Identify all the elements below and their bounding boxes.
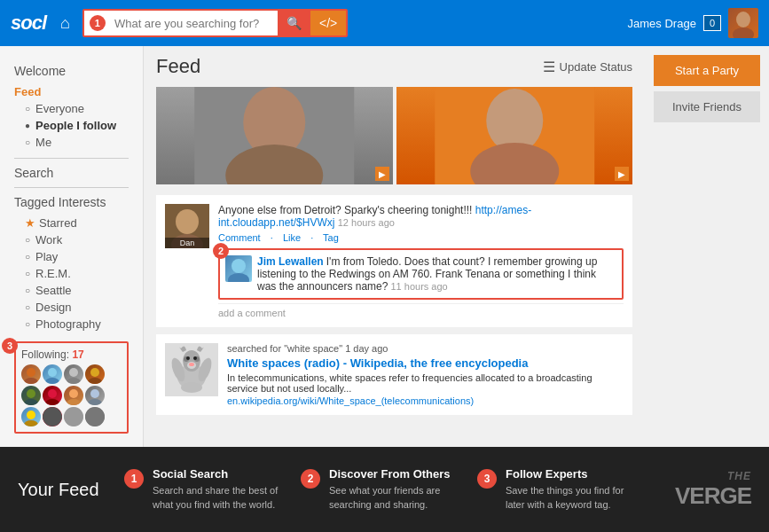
sidebar-people-follow[interactable]: ● People I follow — [14, 117, 129, 134]
feature-text-1: Social Search Search and share the best … — [153, 467, 283, 512]
story-arrow-2[interactable]: ▶ — [615, 167, 629, 181]
squirrel-icon — [165, 343, 218, 396]
story-card-1[interactable]: Socializer said: "I am looking forward t… — [156, 87, 393, 184]
avatar — [64, 386, 83, 405]
avatar — [85, 386, 105, 405]
user-avatar — [728, 8, 758, 38]
avatar — [43, 364, 62, 384]
search-result-image — [165, 343, 218, 396]
svg-point-43 — [193, 356, 197, 360]
sidebar-me[interactable]: ○ Me — [14, 134, 129, 151]
feature-heading-3: Follow Experts — [506, 467, 636, 481]
search-input[interactable] — [106, 12, 278, 35]
search-label: Search — [14, 166, 129, 180]
svg-point-3 — [24, 378, 38, 384]
main-content: Welcome Feed ○ Everyone ● People I follo… — [0, 46, 769, 447]
feature-num-1: 1 — [124, 469, 144, 489]
feature-heading-2: Discover From Others — [329, 467, 459, 481]
right-panel: Start a Party Invite Friends — [645, 46, 769, 447]
post-item-1: Dan Anyone else from Detroit? Sparky's c… — [156, 195, 632, 327]
svg-point-41 — [181, 382, 202, 393]
search-result-url[interactable]: en.wikipedia.org/wiki/White_space_(telec… — [227, 395, 624, 406]
footer: Your Feed 1 Social Search Search and sha… — [0, 447, 769, 532]
search-submit-button[interactable]: 🔍 — [278, 11, 310, 35]
story-bg-right — [396, 87, 633, 184]
divider — [14, 158, 129, 159]
tag-work[interactable]: ○ Work — [14, 231, 129, 248]
tag-seattle[interactable]: ○ Seattle — [14, 282, 129, 299]
home-button[interactable]: ⌂ — [60, 14, 70, 33]
feature-num-3: 3 — [477, 469, 497, 489]
tag-play[interactable]: ○ Play — [14, 248, 129, 265]
bullet-icon: ○ — [25, 302, 30, 312]
search-meta: searched for "white space" 1 day ago — [227, 343, 624, 354]
comment-author: Jim Lewallen — [257, 255, 324, 268]
post-time-1: 12 hours ago — [338, 217, 395, 228]
svg-point-15 — [67, 399, 81, 405]
search-bar: 1 🔍 </> — [82, 9, 348, 37]
user-name: James Drage — [628, 17, 696, 30]
tag-starred[interactable]: ★ Starred — [14, 215, 129, 231]
update-status-button[interactable]: ☰ Update Status — [543, 59, 632, 75]
svg-point-20 — [43, 407, 62, 426]
post-avatar-1: Dan — [165, 204, 209, 248]
svg-point-5 — [45, 378, 59, 384]
sidebar-feed[interactable]: Feed — [14, 83, 129, 100]
avatar — [43, 386, 62, 405]
bullet-icon: ○ — [25, 319, 30, 329]
user-info: James Drage 0 — [628, 8, 758, 38]
svg-point-17 — [88, 399, 102, 405]
feature-num-2: 2 — [301, 469, 320, 489]
feed-header: Feed ☰ Update Status — [156, 55, 632, 78]
post-actions-1: Comment · Like · Tag — [218, 232, 624, 243]
footer-feature-3: 3 Follow Experts Save the things you fin… — [468, 467, 645, 512]
tag-design[interactable]: ○ Design — [14, 299, 129, 316]
following-badge: 3 — [2, 338, 18, 354]
feed-area: Feed ☰ Update Status Socializer said: " — [144, 46, 645, 447]
search-result-title[interactable]: White spaces (radio) - Wikipedia, the fr… — [227, 356, 624, 370]
comment-action[interactable]: Comment — [218, 232, 261, 243]
bullet-icon: ○ — [25, 286, 30, 295]
story-arrow-1[interactable]: ▶ — [375, 167, 389, 181]
edit-icon: ☰ — [543, 59, 555, 75]
svg-point-8 — [90, 368, 99, 377]
feature-desc-1: Search and share the best of what you fi… — [153, 484, 283, 512]
header: socl ⌂ 1 🔍 </> James Drage 0 — [0, 0, 769, 46]
sidebar-everyone[interactable]: ○ Everyone — [14, 100, 129, 117]
tag-rem[interactable]: ○ R.E.M. — [14, 265, 129, 282]
invite-friends-button[interactable]: Invite Friends — [654, 91, 760, 122]
post-text-1: Anyone else from Detroit? Sparky's cheer… — [218, 204, 624, 229]
following-box: Following: 17 — [14, 341, 129, 434]
bullet-icon: ○ — [25, 235, 30, 245]
tag-action[interactable]: Tag — [323, 232, 339, 243]
svg-point-30 — [176, 209, 199, 234]
search-result-desc: In telecommunications, white spaces refe… — [227, 372, 624, 394]
svg-point-6 — [69, 368, 78, 377]
avatar — [85, 364, 105, 384]
tag-photography[interactable]: ○ Photography — [14, 316, 129, 332]
search-result-content: searched for "white space" 1 day ago Whi… — [227, 343, 624, 406]
svg-point-22 — [85, 407, 105, 426]
welcome-label: Welcome — [14, 64, 129, 78]
feed-title: Feed — [156, 55, 200, 78]
like-action[interactable]: Like — [283, 232, 301, 243]
svg-point-12 — [48, 389, 57, 398]
start-party-button[interactable]: Start a Party — [654, 55, 760, 86]
logo: socl — [11, 12, 46, 35]
avatar — [43, 407, 62, 426]
search-share-button[interactable]: </> — [310, 11, 346, 35]
svg-point-0 — [736, 12, 750, 27]
footer-feature-2: 2 Discover From Others See what your fri… — [292, 467, 468, 512]
svg-point-21 — [64, 407, 83, 426]
footer-feature-1: 1 Social Search Search and share the bes… — [115, 467, 292, 512]
user-badge[interactable]: 0 — [703, 15, 721, 31]
footer-title: Your Feed — [18, 480, 115, 500]
svg-point-9 — [88, 378, 102, 384]
add-comment-1[interactable]: add a comment — [218, 303, 624, 318]
following-avatars — [21, 364, 122, 426]
svg-point-32 — [231, 259, 246, 273]
svg-point-1 — [733, 27, 754, 38]
feature-text-3: Follow Experts Save the things you find … — [506, 467, 636, 512]
story-cards: Socializer said: "I am looking forward t… — [156, 87, 632, 184]
story-card-2[interactable]: Gadgeteer searched for: "build windows s… — [396, 87, 633, 184]
